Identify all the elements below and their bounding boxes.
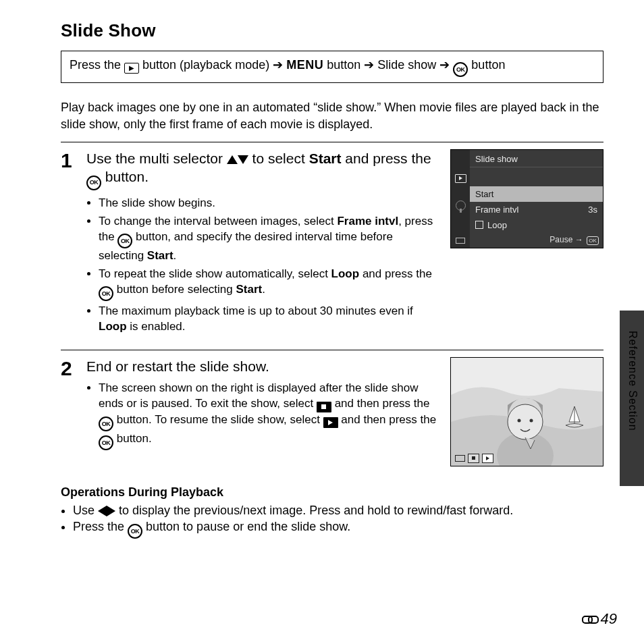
lcd-row-start: Start <box>470 186 603 202</box>
reference-link-icon <box>582 614 599 624</box>
stop-mini-icon <box>468 454 479 463</box>
text: Use <box>73 504 98 517</box>
page-number-text: 49 <box>601 610 617 628</box>
bullet: The maximum playback time is up to about… <box>99 304 438 335</box>
navigation-path-box: Press the ▶ button (playback mode) ➔ MEN… <box>61 51 603 83</box>
text: The maximum playback time is up to about… <box>99 304 413 317</box>
text: and then press the <box>341 413 436 426</box>
playback-tab-icon <box>455 174 466 183</box>
bold: Frame intvl <box>337 215 398 227</box>
bullet: Use to display the previous/next image. … <box>73 502 603 518</box>
play-mini-icon <box>482 454 493 463</box>
text: and press the <box>345 151 431 166</box>
lcd-value: 3s <box>588 205 597 214</box>
photo-controls <box>455 454 493 463</box>
battery-icon <box>456 238 465 244</box>
lcd-row-loop: Loop <box>470 217 603 233</box>
ok-button-icon: OK <box>117 234 132 248</box>
play-icon <box>323 417 338 428</box>
step-1-heading: Use the multi selector to select Start a… <box>86 149 438 190</box>
down-arrow-icon <box>238 155 248 164</box>
bullet: The screen shown on the right is display… <box>99 381 438 450</box>
section-label: Reference Section <box>626 331 639 431</box>
text: is enabled. <box>130 320 185 333</box>
text: button to pause or end the slide show. <box>146 520 350 533</box>
sample-photo <box>450 357 603 466</box>
ok-button-icon: OK <box>128 524 142 539</box>
text: . <box>262 283 265 296</box>
right-arrow-icon <box>107 506 115 516</box>
text: and press the <box>363 267 432 280</box>
playback-icon: ▶ <box>124 63 139 74</box>
page-title: Slide Show <box>61 20 603 41</box>
lcd-label: Loop <box>487 220 507 230</box>
nav-text: button <box>471 58 505 72</box>
ok-button-icon: OK <box>99 417 113 431</box>
ok-mini-icon: OK <box>587 236 599 245</box>
text: Use the multi selector <box>86 151 227 166</box>
text: to select <box>252 151 309 166</box>
lcd-sidebar <box>451 150 470 248</box>
page-number: 49 <box>582 610 617 628</box>
bold: Start <box>236 283 262 296</box>
ok-button-icon: OK <box>453 62 468 77</box>
text: to display the previous/next image. Pres… <box>119 504 513 517</box>
svg-point-5 <box>518 419 521 422</box>
nav-text: button (playback mode) <box>142 58 273 72</box>
step-1-bullets: The slide show begins. To change the int… <box>86 196 438 335</box>
nav-text: Press the <box>70 58 124 72</box>
camera-lcd-mockup: Slide show Start Frame intvl 3s Loop <box>450 149 603 249</box>
lcd-footer: Pause → OK <box>470 233 603 248</box>
text: button before selecting <box>117 283 236 296</box>
svg-point-4 <box>508 404 543 439</box>
lcd-title: Slide show <box>470 153 603 167</box>
nav-text: button <box>327 58 364 72</box>
operations-list: Use to display the previous/next image. … <box>61 502 603 539</box>
operations-heading: Operations During Playback <box>61 485 603 500</box>
svg-point-6 <box>530 419 533 422</box>
ok-button-icon: OK <box>99 435 113 450</box>
up-arrow-icon <box>227 155 238 164</box>
intro-paragraph: Play back images one by one in an automa… <box>61 99 603 132</box>
lcd-pause-label: Pause <box>549 235 572 244</box>
step-2: 2 End or restart the slide show. The scr… <box>61 357 603 466</box>
divider <box>61 142 603 142</box>
step-number: 1 <box>61 149 77 338</box>
text: button. <box>105 169 149 184</box>
stop-icon <box>317 402 331 412</box>
text: To repeat the slide show automatically, … <box>99 267 331 280</box>
text: . <box>173 249 177 262</box>
checkbox-icon <box>475 221 483 229</box>
ok-button-icon: OK <box>86 176 101 190</box>
bold-start: Start <box>309 151 342 166</box>
divider <box>61 350 603 350</box>
text: button, and specify the desired interval… <box>99 230 393 262</box>
bold: Loop <box>331 267 360 280</box>
bullet: To repeat the slide show automatically, … <box>99 267 438 301</box>
ok-button-icon: OK <box>99 286 113 301</box>
battery-icon <box>455 455 465 462</box>
bold: Loop <box>99 320 127 333</box>
step-2-heading: End or restart the slide show. <box>86 357 438 375</box>
bullet: To change the interval between images, s… <box>99 214 438 264</box>
text: To change the interval between images, s… <box>99 215 337 227</box>
step-number: 2 <box>61 357 77 466</box>
text: button. To resume the slide show, select <box>117 413 323 426</box>
bullet: Press the OK button to pause or end the … <box>73 518 603 539</box>
arrow-icon: ➔ <box>364 58 374 72</box>
setup-tab-icon <box>456 200 466 211</box>
lcd-label: Frame intvl <box>475 205 518 214</box>
arrow-icon: ➔ <box>273 58 283 72</box>
step-1: 1 Use the multi selector to select Start… <box>61 149 603 338</box>
text: and then press the <box>335 397 430 410</box>
bold: Start <box>147 249 173 262</box>
left-arrow-icon <box>98 506 107 516</box>
text: Press the <box>73 520 128 533</box>
menu-label: MENU <box>286 58 323 72</box>
lcd-row-frame: Frame intvl 3s <box>470 202 603 217</box>
bullet: The slide show begins. <box>99 196 438 211</box>
nav-text: Slide show <box>377 58 439 72</box>
arrow-icon: ➔ <box>439 58 450 72</box>
step-2-bullets: The screen shown on the right is display… <box>86 381 438 450</box>
text: button. <box>117 432 152 445</box>
